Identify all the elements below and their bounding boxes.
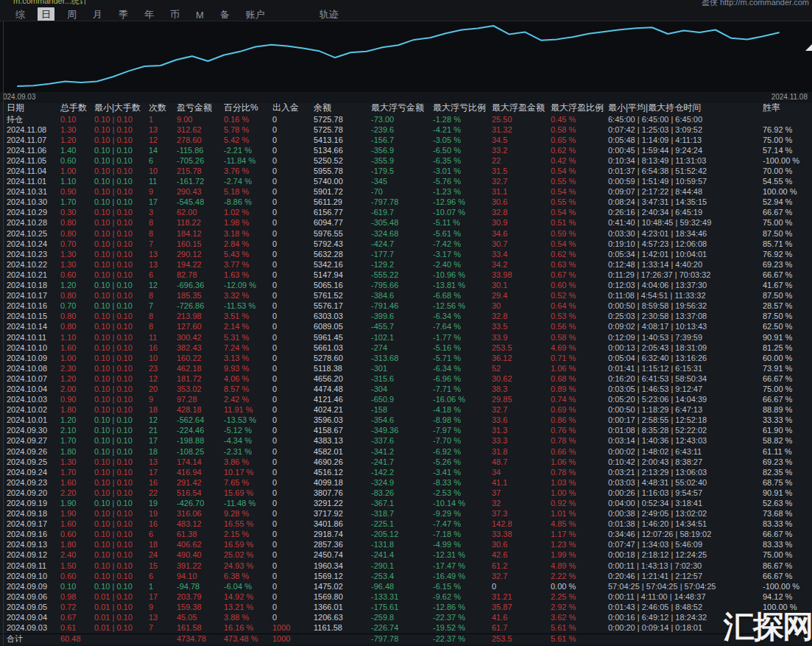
cell-lots: 1.70: [60, 436, 94, 446]
table-row[interactable]: 2024.10.150.800.10 | 0.108213.983.51 %06…: [0, 312, 812, 322]
cell-date: 2024.09.10: [0, 572, 60, 581]
table-row[interactable]: 2024.09.302.100.10 | 0.1021-224.46-5.12 …: [0, 426, 812, 436]
table-row[interactable]: 2024.10.030.900.10 | 0.10997.282.42 %041…: [0, 395, 812, 405]
cell-max_dd_pct: -1.28 %: [433, 115, 492, 124]
cell-max_fp: 37: [492, 488, 551, 498]
table-row[interactable]: 2024.11.011.100.10 | 0.1011-161.72-2.74 …: [0, 177, 812, 187]
resize-handle-icon[interactable]: [805, 44, 812, 51]
table-row[interactable]: 2024.10.231.300.10 | 0.1013290.125.43 %0…: [0, 249, 812, 259]
menu-item-综[interactable]: 综: [12, 7, 29, 21]
table-row[interactable]: 2024.11.081.300.10 | 0.1013312.625.78 %0…: [0, 124, 812, 135]
table-row[interactable]: 2024.09.271.700.10 | 0.1017-198.88-4.34 …: [0, 436, 812, 446]
cell-max_fp: 25.50: [492, 115, 551, 124]
cell-minmax: 0.10 | 0.10: [94, 343, 149, 353]
header-cell: 胜率: [757, 103, 812, 113]
table-row[interactable]: 2024.09.231.600.10 | 0.1016291.427.65 %0…: [0, 477, 812, 488]
table-row[interactable]: 2024.09.060.980.01 | 0.1017203.7914.92 %…: [0, 591, 812, 602]
table-row[interactable]: 2024.10.170.800.10 | 0.108185.353.32 %05…: [0, 291, 812, 301]
table-row[interactable]: 2024.09.131.800.10 | 0.1018406.6216.59 %…: [0, 540, 812, 550]
table-row[interactable]: 2024.11.061.400.10 | 0.1014-115.86-2.21 …: [0, 145, 812, 155]
cell-max_fp: 37.3: [492, 509, 551, 519]
menu-item-年[interactable]: 年: [141, 7, 158, 21]
cell-count: 10: [149, 354, 177, 363]
table-row[interactable]: 2024.10.310.900.10 | 0.109290.435.18 %05…: [0, 187, 812, 197]
table-row[interactable]: 2024.10.101.600.10 | 0.1016382.437.24 %0…: [0, 343, 812, 353]
menu-item-trail[interactable]: 轨迹: [316, 7, 342, 21]
cell-date: 2024.10.02: [0, 405, 60, 415]
table-row[interactable]: 2024.09.030.610.01 | 0.107161.5816.16 %1…: [0, 623, 812, 633]
table-row[interactable]: 2024.11.041.000.10 | 0.1010215.783.76 %0…: [0, 166, 812, 176]
table-row[interactable]: 2024.09.090.100.10 | 0.101-94.78-6.04 %0…: [0, 581, 812, 591]
table-row[interactable]: 2024.09.241.700.10 | 0.1017416.9410.17 %…: [0, 467, 812, 477]
cell-balance: 2450.74: [314, 550, 371, 560]
menu-item-季[interactable]: 季: [115, 7, 132, 21]
table-row[interactable]: 2024.10.021.800.10 | 0.1018428.1811.91 %…: [0, 405, 812, 415]
cell-minmax: 0.10 | 0.10: [94, 540, 149, 550]
table-row[interactable]: 2024.10.042.000.10 | 0.1020353.028.57 %0…: [0, 384, 812, 394]
table-row[interactable]: 2024.11.050.600.10 | 0.106-705.26-11.84 …: [0, 155, 812, 166]
table-row[interactable]: 2024.10.210.600.10 | 0.10682.781.63 %051…: [0, 270, 812, 280]
menu-item-备[interactable]: 备: [216, 7, 233, 21]
table-row[interactable]: 2024.10.091.000.10 | 0.1010160.223.13 %0…: [0, 353, 812, 363]
table-row[interactable]: 2024.11.071.200.10 | 0.1012278.605.42 %0…: [0, 135, 812, 145]
menu-item-M[interactable]: M: [192, 9, 208, 21]
table-row[interactable]: 2024.10.111.100.10 | 0.1011300.425.31 %0…: [0, 332, 812, 343]
clipped-header-text-left: m.commander...统计: [13, 0, 88, 7]
cell-max_dd_pct: -16.06 %: [433, 395, 492, 404]
table-row[interactable]: 2024.09.191.900.10 | 0.1019-426.70-11.48…: [0, 498, 812, 508]
menu-item-周[interactable]: 周: [63, 7, 80, 21]
menu-item-日[interactable]: 日: [38, 7, 54, 21]
table-row[interactable]: 2024.10.071.200.10 | 0.1012181.724.06 %0…: [0, 373, 812, 384]
cell-times: 0:00:13 | 2:05:43 | 18:31:09: [608, 343, 757, 353]
table-row[interactable]: 2024.09.261.800.10 | 0.1018-108.25-2.31 …: [0, 446, 812, 457]
table-row[interactable]: 2024.09.122.400.10 | 0.1024490.4025.02 %…: [0, 550, 812, 561]
header-cell: 日期: [0, 103, 60, 113]
cell-date: 2024.09.20: [0, 488, 60, 498]
menu-item-币[interactable]: 币: [166, 7, 183, 21]
table-row-total[interactable]: 合计60.484734.78473.48 %1000-797.78-22.37 …: [0, 633, 812, 645]
table-row[interactable]: 2024.09.171.600.10 | 0.1016483.1216.55 %…: [0, 519, 812, 530]
table-row[interactable]: 2024.09.251.300.10 | 0.1013174.143.86 %0…: [0, 457, 812, 467]
table-row[interactable]: 2024.09.111.500.10 | 0.1015391.2224.93 %…: [0, 561, 812, 571]
cell-pnl: 203.79: [177, 592, 224, 602]
table-row[interactable]: 2024.09.160.600.10 | 0.10661.382.15 %029…: [0, 530, 812, 540]
table-row[interactable]: 2024.10.160.700.10 | 0.107-726.86-11.53 …: [0, 301, 812, 312]
cell-max_dd: -797.78: [371, 197, 433, 207]
table-row[interactable]: 2024.10.181.200.10 | 0.1012-696.36-12.09…: [0, 281, 812, 291]
table-row[interactable]: 持仓0.100.10 | 0.1019.000.16 %05725.78-73.…: [0, 114, 812, 124]
cell-max_dd: -239.6: [371, 125, 433, 135]
cell-times: 0:00:50 | 8:59:58 | 19:56:32: [608, 301, 757, 311]
table-row[interactable]: 2024.09.181.900.10 | 0.1019316.069.28 %0…: [0, 509, 812, 519]
table-row[interactable]: 2024.10.011.200.10 | 0.1012-562.64-13.53…: [0, 415, 812, 426]
table-row[interactable]: 2024.10.280.800.10 | 0.108118.221.98 %06…: [0, 218, 812, 228]
cell-win: 52.63 %: [757, 499, 812, 508]
cell-balance: 4158.67: [314, 426, 371, 435]
menu-item-月[interactable]: 月: [89, 7, 106, 21]
header-cell: 余额: [314, 103, 371, 113]
table-row[interactable]: 2024.10.240.700.10 | 0.107160.152.84 %05…: [0, 239, 812, 249]
table-row[interactable]: 2024.09.202.200.10 | 0.1022516.5415.69 %…: [0, 488, 812, 498]
cell-pnl: -94.78: [177, 582, 224, 591]
cell-count: 9: [149, 395, 177, 404]
cell-date: 2024.10.18: [0, 281, 60, 290]
cell-lots: 0.67: [60, 613, 94, 622]
table-row[interactable]: 2024.10.301.700.10 | 0.1017-545.48-8.86 …: [0, 197, 812, 208]
cell-pnl: 391.22: [177, 561, 224, 571]
table-row[interactable]: 2024.10.250.800.10 | 0.108184.123.18 %05…: [0, 228, 812, 239]
cell-inout: 0: [272, 166, 314, 176]
cell-inout: 0: [272, 291, 314, 301]
table-row[interactable]: 2024.09.050.720.01 | 0.109159.3813.21 %0…: [0, 602, 812, 612]
cell-pnl: 4734.78: [177, 634, 224, 644]
cell-max_fp_pct: 0.42 %: [551, 156, 608, 166]
cell-max_dd: -356.9: [371, 146, 433, 155]
table-row[interactable]: 2024.09.100.600.10 | 0.10694.106.38 %015…: [0, 571, 812, 581]
table-row[interactable]: 2024.10.290.300.10 | 0.10362.001.02 %061…: [0, 208, 812, 218]
table-row[interactable]: 2024.10.082.300.10 | 0.1023462.189.93 %0…: [0, 363, 812, 373]
cell-date: 2024.09.06: [0, 592, 60, 602]
cell-balance: 5761.52: [314, 291, 371, 301]
table-row[interactable]: 2024.10.221.300.10 | 0.1013194.223.77 %0…: [0, 259, 812, 270]
menu-item-账户[interactable]: 账户: [242, 7, 269, 21]
table-row[interactable]: 2024.09.040.670.01 | 0.101345.053.88 %01…: [0, 613, 812, 623]
table-row[interactable]: 2024.10.140.800.10 | 0.108127.602.14 %06…: [0, 322, 812, 332]
cell-balance: 5147.94: [314, 270, 371, 280]
